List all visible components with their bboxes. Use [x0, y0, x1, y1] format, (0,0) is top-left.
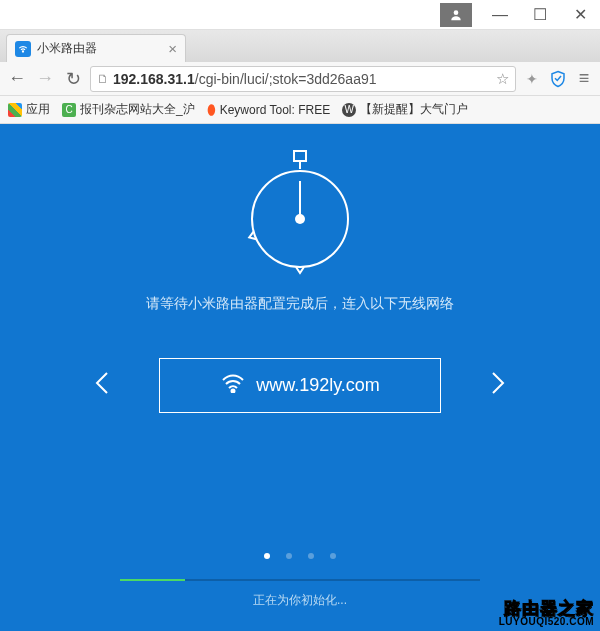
progress-bar: [120, 579, 480, 581]
wifi-ssid-text: www.192ly.com: [256, 375, 380, 396]
carousel-dot[interactable]: [264, 553, 270, 559]
browser-tab[interactable]: 小米路由器 ×: [6, 34, 186, 62]
wifi-favicon-icon: [15, 41, 31, 57]
bookmark-favicon-icon: C: [62, 103, 76, 117]
carousel-dot[interactable]: [308, 553, 314, 559]
document-icon: 🗋: [97, 72, 109, 86]
progress-fill: [120, 579, 185, 581]
minimize-button[interactable]: —: [480, 0, 520, 30]
bookmark-star-icon[interactable]: ☆: [496, 70, 509, 88]
wifi-carousel: www.192ly.com: [85, 358, 515, 413]
tab-close-icon[interactable]: ×: [168, 40, 177, 57]
wordpress-icon: W: [342, 103, 356, 117]
bookmark-item[interactable]: W 【新提醒】大气门户: [342, 101, 468, 118]
menu-icon[interactable]: ≡: [574, 69, 594, 89]
progress-text: 正在为你初始化...: [253, 592, 347, 609]
carousel-prev-button[interactable]: [85, 361, 119, 411]
wifi-ssid-box[interactable]: www.192ly.com: [159, 358, 441, 413]
bookmark-item[interactable]: C 报刊杂志网站大全_沪: [62, 101, 195, 118]
wifi-icon: [220, 373, 246, 398]
bookmark-favicon-icon: ⬮: [207, 101, 216, 118]
svg-point-1: [22, 50, 23, 51]
bookmark-item[interactable]: ⬮ Keyword Tool: FREE: [207, 101, 331, 118]
carousel-dot[interactable]: [330, 553, 336, 559]
carousel-dot[interactable]: [286, 553, 292, 559]
svg-rect-2: [294, 151, 306, 161]
back-button[interactable]: ←: [6, 68, 28, 90]
svg-point-0: [454, 10, 459, 15]
browser-toolbar: ← → ↻ 🗋 192.168.31.1/cgi-bin/luci/;stok=…: [0, 62, 600, 96]
page-content: 请等待小米路由器配置完成后，连入以下无线网络 www.192ly.com 正在为…: [0, 124, 600, 631]
shield-icon[interactable]: [548, 69, 568, 89]
timer-graphic: [236, 149, 364, 277]
carousel-next-button[interactable]: [481, 361, 515, 411]
svg-point-7: [232, 390, 235, 393]
forward-button[interactable]: →: [34, 68, 56, 90]
bookmarks-bar: 应用 C 报刊杂志网站大全_沪 ⬮ Keyword Tool: FREE W 【…: [0, 96, 600, 124]
reload-button[interactable]: ↻: [62, 68, 84, 90]
maximize-button[interactable]: ☐: [520, 0, 560, 30]
url-text: 192.168.31.1/cgi-bin/luci/;stok=3dd26aa9…: [113, 71, 492, 87]
instruction-text: 请等待小米路由器配置完成后，连入以下无线网络: [146, 295, 454, 313]
profile-badge[interactable]: [440, 3, 472, 27]
apps-grid-icon: [8, 103, 22, 117]
tab-title: 小米路由器: [37, 40, 162, 57]
watermark: 路由器之家 LUYOUQI520.COM: [499, 600, 594, 627]
extension-wand-icon[interactable]: ✦: [522, 69, 542, 89]
window-titlebar: — ☐ ✕: [0, 0, 600, 30]
close-window-button[interactable]: ✕: [560, 0, 600, 30]
carousel-dots: [264, 553, 336, 559]
tab-bar: 小米路由器 ×: [0, 30, 600, 62]
apps-button[interactable]: 应用: [8, 101, 50, 118]
address-bar[interactable]: 🗋 192.168.31.1/cgi-bin/luci/;stok=3dd26a…: [90, 66, 516, 92]
